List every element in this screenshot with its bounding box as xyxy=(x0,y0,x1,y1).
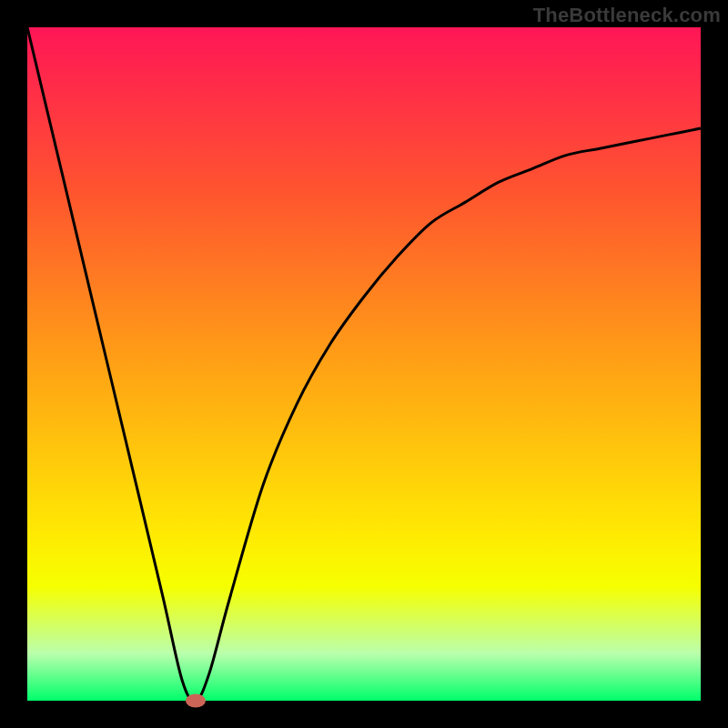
watermark-text: TheBottleneck.com xyxy=(533,4,721,27)
curve-svg xyxy=(27,27,701,701)
plot-area xyxy=(27,27,701,701)
bottleneck-curve xyxy=(27,27,701,701)
sweet-spot-marker xyxy=(186,694,206,708)
chart-frame: TheBottleneck.com xyxy=(0,0,728,728)
